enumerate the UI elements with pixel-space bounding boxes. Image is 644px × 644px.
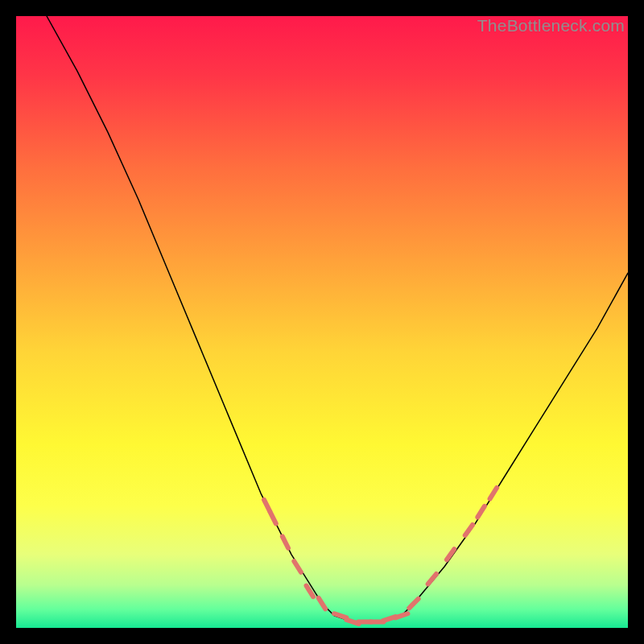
chart-svg xyxy=(16,16,628,628)
background-rect xyxy=(16,16,628,628)
watermark-text: TheBottleneck.com xyxy=(477,16,625,35)
chart-frame: TheBottleneck.com xyxy=(16,16,628,628)
